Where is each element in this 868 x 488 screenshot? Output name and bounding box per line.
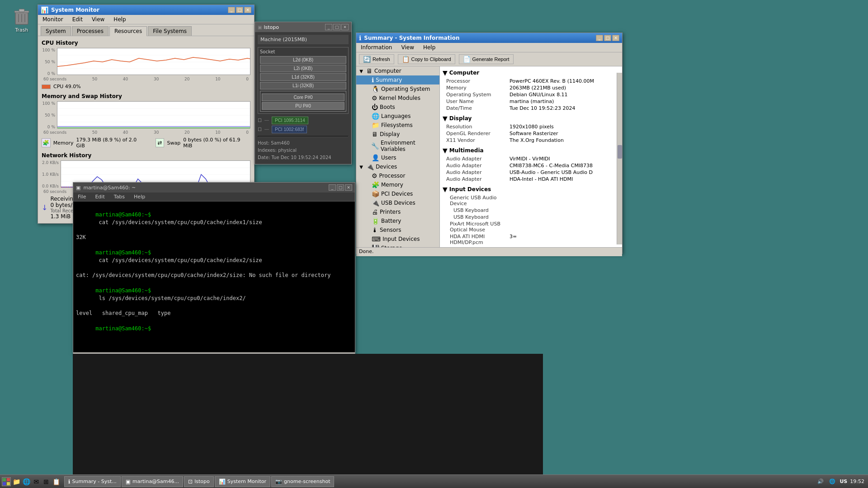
pci2-btn[interactable]: PCI 1002:683f xyxy=(272,126,307,133)
sysinfo-maximize-btn[interactable]: □ xyxy=(604,35,611,41)
tree-scroll-thumb[interactable] xyxy=(618,145,622,159)
audio4-row: Audio Adapter HDA-Intel - HDA ATI HDMI xyxy=(443,176,619,182)
lstopo-minimize-btn[interactable]: _ xyxy=(325,24,332,30)
core-btn[interactable]: Core P#0 xyxy=(262,94,344,101)
sysmon-menu-monitor[interactable]: Monitor xyxy=(41,16,65,23)
tree-scrollbar[interactable] xyxy=(617,73,622,244)
terminal-menubar: File Edit Tabs Help xyxy=(73,192,355,202)
multimedia-detail-header: ▼ Multimedia xyxy=(443,147,619,154)
tree-users[interactable]: 👤 Users xyxy=(356,153,439,162)
pci-icon: 📦 xyxy=(372,190,379,197)
cpu-legend-color xyxy=(42,84,51,89)
sysinfo-minimize-btn[interactable]: _ xyxy=(596,35,603,41)
hdmi2-row: HDA ATI HDMI HDMI/DP.pcm 7= xyxy=(443,246,619,247)
sysmon-minimize-btn[interactable]: _ xyxy=(228,7,235,13)
tree-display[interactable]: 🖥 Display xyxy=(356,130,439,139)
terminal-menu-help[interactable]: Help xyxy=(132,193,147,200)
taskbar-browser-btn[interactable]: 🌐 xyxy=(22,477,31,486)
taskbar-extra2-btn[interactable]: 📋 xyxy=(52,477,61,486)
tab-filesystems[interactable]: File Systems xyxy=(148,26,192,36)
tab-system[interactable]: System xyxy=(41,26,71,36)
refresh-btn[interactable]: 🔄 Refresh xyxy=(359,54,394,64)
lstopo-close-btn[interactable]: ✕ xyxy=(341,24,349,30)
tree-kernel[interactable]: ⚙ Kernel Modules xyxy=(356,94,439,103)
sysinfo-menu-view[interactable]: View xyxy=(399,44,415,51)
l2i-btn[interactable]: L2i (0KB) xyxy=(260,65,346,72)
tree-sensors[interactable]: 🌡 Sensors xyxy=(356,225,439,235)
terminal-menu-edit[interactable]: Edit xyxy=(93,193,106,200)
sysinfo-titlebar: ℹ Summary - System Information _ □ ✕ xyxy=(356,33,622,43)
tree-computer[interactable]: ▼ 🖥 Computer xyxy=(356,66,439,75)
lstopo-maximize-btn[interactable]: □ xyxy=(333,24,340,30)
terminal-minimize-btn[interactable]: _ xyxy=(329,184,336,191)
tree-battery[interactable]: 🔋 Battery xyxy=(356,216,439,225)
tray-volume-icon[interactable]: 🔊 xyxy=(816,477,825,486)
pu-btn[interactable]: PU P#0 xyxy=(262,102,344,110)
tree-os[interactable]: 🐧 Operating System xyxy=(356,84,439,94)
terminal-menu-file[interactable]: File xyxy=(76,193,88,200)
date-label: Date: Tue Dec 10 19:52:24 2024 xyxy=(258,154,349,161)
taskbar-terminal-btn[interactable]: ▣ martina@Sam46... xyxy=(122,476,183,487)
tree-printers[interactable]: 🖨 Printers xyxy=(356,207,439,216)
generate-btn[interactable]: 📄 Generate Report xyxy=(459,54,514,64)
tree-filesystems[interactable]: 📁 Filesystems xyxy=(356,121,439,130)
terminal-close-btn[interactable]: ✕ xyxy=(345,184,352,191)
taskbar-files-btn[interactable]: 📁 xyxy=(12,477,21,486)
sysmon-menubar: Monitor Edit View Help xyxy=(38,15,254,24)
sysinfo-menu-help[interactable]: Help xyxy=(421,44,437,51)
cpu-y-mid: 50 % xyxy=(42,60,55,64)
cpu-section-title: CPU History xyxy=(42,40,250,46)
tab-processes[interactable]: Processes xyxy=(72,26,108,36)
mem-y-mid: 50 % xyxy=(42,113,55,117)
taskbar-sysinfo-btn[interactable]: ℹ Summary - Syst... xyxy=(64,476,121,487)
audio3-row: Audio Adapter USB-Audio - Generic USB Au… xyxy=(443,169,619,175)
taskbar-start-btn[interactable] xyxy=(2,477,11,486)
taskbar-extra1-btn[interactable]: ⊞ xyxy=(42,477,51,486)
tree-languages[interactable]: 🌐 Languages xyxy=(356,112,439,121)
terminal-maximize-btn[interactable]: □ xyxy=(337,184,344,191)
lstopo-footer: Host: Sam460 Indexes: physical Date: Tue… xyxy=(258,140,349,161)
tree-memory[interactable]: 🧩 Memory xyxy=(356,180,439,189)
tree-pci[interactable]: 📦 PCI Devices xyxy=(356,189,439,198)
tree-input[interactable]: ⌨ Input Devices xyxy=(356,235,439,244)
tree-boots[interactable]: ⏻ Boots xyxy=(356,103,439,112)
tab-resources[interactable]: Resources xyxy=(109,26,147,36)
terminal-menu-tabs[interactable]: Tabs xyxy=(112,193,127,200)
l2d-btn[interactable]: L2d (0KB) xyxy=(260,56,346,64)
taskbar-sysmon-btn[interactable]: 📊 System Monitor xyxy=(215,476,270,487)
tree-usb[interactable]: 🔌 USB Devices xyxy=(356,198,439,207)
taskbar-lstopo-btn[interactable]: ⊡ lstopo xyxy=(184,476,214,487)
boots-icon: ⏻ xyxy=(372,103,378,111)
tree-summary[interactable]: ℹ Summary xyxy=(356,75,439,84)
taskbar-mail-btn[interactable]: ✉ xyxy=(32,477,41,486)
tree-devices[interactable]: ▼ 🔌 Devices xyxy=(356,162,439,171)
tree-processor[interactable]: ⚙ Processor xyxy=(356,171,439,180)
sysinfo-tree: ▼ 🖥 Computer ℹ Summary 🐧 Operating Syste… xyxy=(356,66,440,247)
input-detail-header: ▼ Input Devices xyxy=(443,186,619,193)
processor-icon: ⚙ xyxy=(372,172,377,179)
os-row: Operating System Debian GNU/Linux 8.11 xyxy=(443,92,619,98)
sysmon-maximize-btn[interactable]: □ xyxy=(236,7,243,13)
sysmon-menu-help[interactable]: Help xyxy=(112,16,127,23)
pci2-row: ☐ PCI 1002:683f xyxy=(258,126,349,133)
l1i-btn[interactable]: L1i (32KB) xyxy=(260,82,346,89)
tree-storage[interactable]: 💾 Storage xyxy=(356,244,439,247)
sysinfo-menu-info[interactable]: Information xyxy=(359,44,394,51)
sysinfo-close-btn[interactable]: ✕ xyxy=(612,35,619,41)
copy-btn[interactable]: 📋 Copy to Clipboard xyxy=(398,54,455,64)
terminal-body[interactable]: martina@Sam460:~$ cat /sys/devices/syste… xyxy=(73,202,355,352)
sysmon-menu-view[interactable]: View xyxy=(90,16,106,23)
sysmon-close-btn[interactable]: ✕ xyxy=(244,7,251,13)
sysmon-menu-edit[interactable]: Edit xyxy=(71,16,85,23)
mem-y-bot: 0 % xyxy=(42,125,55,129)
terminal-line-6: level shared_cpu_map type xyxy=(76,310,352,317)
tray-network-icon[interactable]: 🌐 xyxy=(828,477,837,486)
trash-desktop-icon[interactable]: Trash xyxy=(7,7,36,33)
pci1-btn[interactable]: PCI 1095:3114 xyxy=(272,117,308,124)
sysinfo-window: ℹ Summary - System Information _ □ ✕ Inf… xyxy=(356,33,623,254)
display-detail-section: ▼ Display Resolution 868x488 pixels Op… xyxy=(443,115,619,143)
l1d-btn[interactable]: L1d (32KB) xyxy=(260,73,346,81)
sysinfo-detail-panel: ▼ Computer Processor PowerPC 460EX Rev. … xyxy=(440,66,622,247)
taskbar-screenshot-btn[interactable]: 📷 gnome-screenshot xyxy=(271,476,334,487)
tree-env[interactable]: 🔧 Environment Variables xyxy=(356,139,439,153)
